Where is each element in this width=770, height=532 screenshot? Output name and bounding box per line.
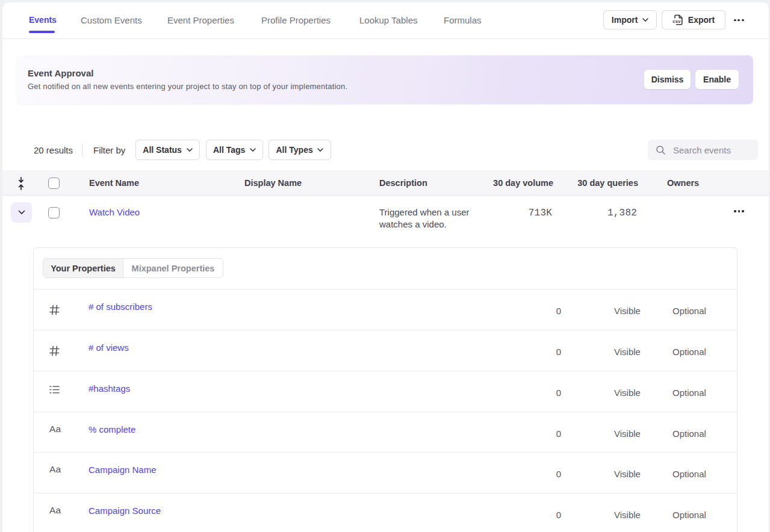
- svg-text:csv: csv: [672, 19, 681, 24]
